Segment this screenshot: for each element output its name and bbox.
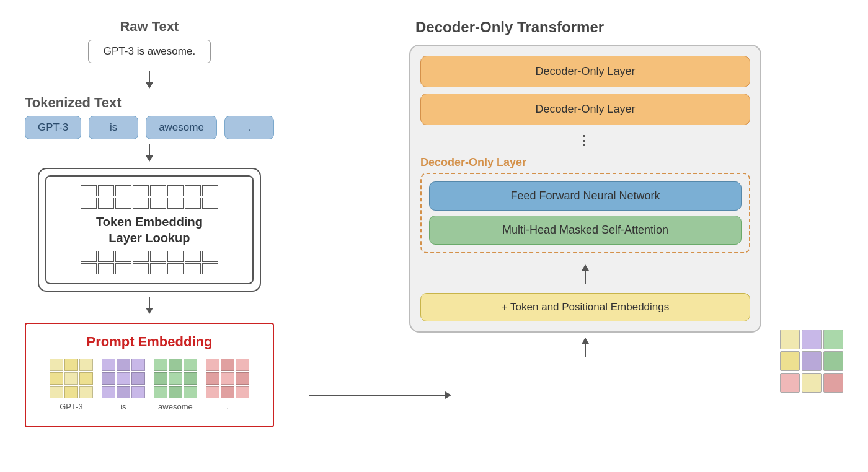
matrix-cell-g2 bbox=[823, 351, 843, 371]
grid-bottom-wrapper bbox=[53, 251, 246, 274]
arrow-up-to-dashed bbox=[420, 262, 750, 284]
grid-cell bbox=[202, 251, 218, 262]
grid-cell bbox=[167, 263, 184, 274]
matrix-cell-y2 bbox=[780, 351, 800, 371]
grid-cell bbox=[81, 263, 97, 274]
raw-text-box: GPT-3 is awesome. bbox=[88, 40, 211, 63]
embed-cell bbox=[102, 386, 115, 398]
embed-color-row2-period bbox=[206, 372, 249, 385]
right-panel: Decoder-Only Transformer Decoder-Only La… bbox=[409, 19, 843, 453]
grid-bottom bbox=[81, 251, 218, 274]
raw-text-section: Raw Text GPT-3 is awesome. bbox=[25, 19, 274, 63]
embed-cell bbox=[236, 386, 249, 398]
embed-cell bbox=[154, 386, 167, 398]
embed-cell bbox=[50, 386, 63, 398]
embed-cell bbox=[79, 386, 93, 398]
embed-color-row3-period bbox=[206, 386, 249, 398]
matrix-visual bbox=[780, 330, 843, 393]
tokenized-label: Tokenized Text bbox=[25, 95, 274, 111]
embed-color-row2-is bbox=[102, 372, 145, 385]
svg-marker-3 bbox=[146, 155, 153, 162]
grid-cell bbox=[150, 198, 166, 209]
embed-cell bbox=[154, 359, 167, 371]
grid-cell bbox=[202, 263, 218, 274]
embed-cell bbox=[169, 386, 182, 398]
grid-cell bbox=[98, 185, 114, 196]
token-is: is bbox=[89, 116, 138, 139]
embed-token-gpt3: GPT-3 bbox=[50, 359, 93, 411]
horizontal-arrow-prompt-to-matrix bbox=[309, 391, 451, 399]
embed-cell bbox=[236, 372, 249, 385]
left-content: Raw Text GPT-3 is awesome. Tokenized Tex… bbox=[25, 19, 274, 427]
embed-token-period: . bbox=[206, 359, 249, 411]
grid-cell bbox=[185, 185, 201, 196]
embedding-tokens-row: GPT-3 bbox=[38, 359, 260, 411]
embed-cell bbox=[131, 372, 145, 385]
decoder-layer-top2: Decoder-Only Layer bbox=[420, 94, 750, 125]
embed-color-row3-gpt3 bbox=[50, 386, 93, 398]
embed-label-period: . bbox=[226, 402, 229, 411]
grid-cell bbox=[98, 198, 114, 209]
grid-cell bbox=[185, 198, 201, 209]
svg-marker-9 bbox=[582, 338, 589, 344]
matrix-cell-pk1 bbox=[780, 373, 800, 393]
embed-cell bbox=[117, 359, 130, 371]
embed-cell bbox=[236, 359, 249, 371]
embed-cell bbox=[131, 359, 145, 371]
grid-cell bbox=[202, 185, 218, 196]
grid-cell bbox=[185, 251, 201, 262]
grid-cell bbox=[167, 185, 184, 196]
grid-cell bbox=[167, 251, 184, 262]
grid-cell bbox=[167, 198, 184, 209]
dots: ⋮ bbox=[420, 133, 750, 149]
decoder-layer-top1: Decoder-Only Layer bbox=[420, 56, 750, 87]
grid-cell bbox=[185, 263, 201, 274]
embed-cell bbox=[79, 372, 93, 385]
arrow-embedding-to-prompt bbox=[25, 297, 274, 315]
token-awesome: awesome bbox=[146, 116, 217, 139]
token-pos-embed-box: + Token and Positional Embeddings bbox=[420, 293, 750, 321]
embed-cell bbox=[154, 372, 167, 385]
grid-cell bbox=[115, 251, 131, 262]
tokens-row: GPT-3 is awesome . bbox=[25, 116, 274, 139]
embed-cell bbox=[184, 386, 197, 398]
decoder-dashed-box: Feed Forward Neural Network Multi-Head M… bbox=[420, 173, 750, 253]
left-panel: Raw Text GPT-3 is awesome. Tokenized Tex… bbox=[25, 19, 372, 453]
token-gpt3: GPT-3 bbox=[25, 116, 81, 139]
grid-cell bbox=[115, 198, 131, 209]
arrow-up-from-matrix bbox=[409, 335, 761, 357]
matrix-cell-y3 bbox=[802, 373, 822, 393]
prompt-embedding-section: Prompt Embedding bbox=[25, 323, 274, 427]
decoder-only-layer-label: Decoder-Only Layer bbox=[420, 156, 750, 169]
grid-cell bbox=[150, 185, 166, 196]
grid-cell bbox=[202, 198, 218, 209]
embed-cell bbox=[117, 386, 130, 398]
embed-color-row3-awesome bbox=[154, 386, 197, 398]
h-arrow-line bbox=[309, 395, 445, 396]
matrix-cell-pk2 bbox=[823, 373, 843, 393]
embed-cell bbox=[64, 359, 78, 371]
embed-cell bbox=[169, 372, 182, 385]
embed-cell bbox=[102, 372, 115, 385]
embed-color-row-awesome bbox=[154, 359, 197, 371]
matrix-cell-g1 bbox=[823, 330, 843, 349]
embedding-label: Token EmbeddingLayer Lookup bbox=[53, 209, 246, 251]
grid-cell bbox=[81, 198, 97, 209]
decoder-only-layer-section: Decoder-Only Layer Feed Forward Neural N… bbox=[420, 156, 750, 253]
embed-cell bbox=[221, 372, 234, 385]
embed-cell bbox=[50, 359, 63, 371]
decoder-stack-container: Decoder-Only Layer Decoder-Only Layer ⋮ … bbox=[409, 45, 761, 360]
decoder-outer-box: Decoder-Only Layer Decoder-Only Layer ⋮ … bbox=[409, 45, 761, 333]
grid-cell bbox=[115, 185, 131, 196]
embed-cell bbox=[131, 386, 145, 398]
arrow-tokenized-to-embedding bbox=[25, 144, 274, 163]
ffnn-box: Feed Forward Neural Network bbox=[429, 181, 742, 211]
svg-marker-1 bbox=[146, 82, 153, 89]
grid-cell bbox=[133, 198, 149, 209]
svg-marker-5 bbox=[146, 308, 153, 314]
decoder-title: Decoder-Only Transformer bbox=[415, 19, 843, 36]
embed-cell bbox=[206, 359, 219, 371]
token-period: . bbox=[224, 116, 274, 139]
embed-cell bbox=[184, 372, 197, 385]
mhsa-box: Multi-Head Masked Self-Attention bbox=[429, 216, 742, 245]
